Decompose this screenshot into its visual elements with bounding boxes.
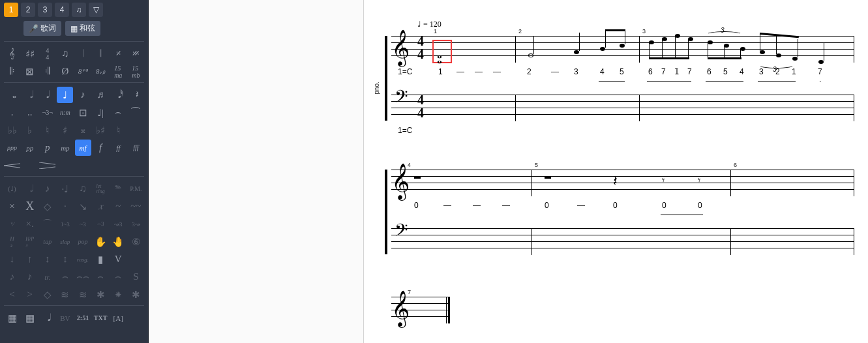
voice-1-button[interactable]: 1 (4, 3, 18, 17)
rasgueado-icon[interactable]: rasg. (75, 251, 91, 267)
artic-empty-icon[interactable] (128, 251, 144, 267)
hand-up-icon[interactable]: 🤚 (110, 233, 127, 250)
bend1-icon[interactable]: ⌢ (57, 269, 73, 285)
ff-icon[interactable]: ff (110, 140, 127, 156)
double-bar-icon[interactable]: 𝄁 (93, 46, 109, 62)
time-sig-icon[interactable]: 44 (39, 46, 55, 62)
hand-down-icon[interactable]: ✋ (93, 233, 109, 250)
fermata-icon[interactable]: 𝆮 (110, 181, 127, 197)
coda-icon[interactable]: Ø (57, 63, 73, 80)
tuplet-nm-icon[interactable]: n:m (57, 104, 73, 121)
pp-icon[interactable]: pp (22, 140, 38, 156)
sharp-icon[interactable]: ♯ (57, 122, 73, 138)
sixteenth-note-icon[interactable]: ♬ (93, 87, 109, 103)
palm-mute-icon[interactable]: P.M. (128, 181, 144, 197)
hammer-icon[interactable]: H₃ (4, 233, 20, 250)
tap-icon[interactable]: tap (39, 233, 55, 250)
ottava-down-icon[interactable]: 8ᵥᵦ (93, 63, 109, 80)
mute-x-small-icon[interactable]: × (4, 198, 20, 215)
dotted-half-icon[interactable]: 𝅗𝅥. (39, 87, 55, 103)
pop-icon[interactable]: pop (75, 233, 91, 250)
bend3-icon[interactable]: ⌢ (93, 269, 109, 285)
beam-group-icon[interactable]: ♫ (57, 46, 73, 62)
key-sig-icon[interactable]: ♯♯ (22, 46, 38, 62)
quarter-note-icon[interactable]: ♩ (57, 87, 73, 103)
bass-staff-2[interactable]: 𝄢 (391, 228, 854, 254)
treble-staff-2[interactable]: 𝄞 4 5 6 𝄽 𝄾 𝄾 (391, 170, 854, 196)
slide-from3-icon[interactable]: 3↝ (128, 216, 144, 232)
half2-icon[interactable]: 𝅗𝅥 (22, 181, 38, 197)
segno-s-icon[interactable]: S (128, 269, 144, 285)
accent-lt-icon[interactable]: < (4, 286, 20, 303)
f-icon[interactable]: f (93, 140, 109, 156)
fretboard1-icon[interactable]: ▦ (4, 310, 20, 326)
triplet-icon[interactable]: ¬3¬ (39, 104, 55, 121)
ottava-up-icon[interactable]: 8ᵛᵃ (75, 63, 91, 80)
boxed-x-icon[interactable]: ⊠ (22, 63, 38, 80)
tremolo2-icon[interactable]: ≋ (75, 286, 91, 303)
time-display[interactable]: 2:51 (75, 310, 91, 326)
double-sharp-icon[interactable]: 𝄪 (75, 122, 91, 138)
fff-icon[interactable]: fff (128, 140, 144, 156)
arrow-down-icon[interactable]: ↓ (4, 251, 20, 267)
mp-icon[interactable]: mp (57, 140, 73, 156)
decrescendo-icon[interactable] (39, 157, 55, 173)
15ma-icon[interactable]: 15ma (110, 63, 127, 80)
x-dot-icon[interactable]: ×. (22, 216, 38, 232)
bend2-icon[interactable]: ⌢⌢ (75, 269, 91, 285)
star1-icon[interactable]: ✱ (93, 286, 109, 303)
arrow-updown2-icon[interactable]: ↕ (57, 251, 73, 267)
tremolo-box-icon[interactable]: ⊡ (75, 104, 91, 121)
end-repeat-icon[interactable]: 𝄇 (39, 63, 55, 80)
lyrics-button[interactable]: 🎤 歌词 (23, 21, 61, 36)
bracket-t3-icon[interactable]: ~3 (75, 216, 91, 232)
p-icon[interactable]: p (39, 140, 55, 156)
chord-button[interactable]: ▦ 和弦 (65, 21, 100, 36)
x-notehead-icon[interactable]: 𝑥 (93, 198, 109, 215)
slide-to3-icon[interactable]: ↝3 (110, 216, 127, 232)
star3-icon[interactable]: ✱ (128, 286, 144, 303)
tie-icon[interactable]: ⌢ (110, 104, 127, 121)
voice-4-button[interactable]: 4 (55, 3, 69, 17)
15mb-icon[interactable]: 15mb (128, 63, 144, 80)
arrow-up-icon[interactable]: ↑ (22, 251, 38, 267)
crescendo-icon[interactable] (4, 157, 20, 173)
wavy2-icon[interactable]: ~~ (128, 198, 144, 215)
natural2-icon[interactable]: ♮ (110, 122, 127, 138)
slap-icon[interactable]: slap (57, 233, 73, 250)
treble-staff-1[interactable]: 𝄞 44 1 2 3 𝅝 𝅝 (391, 36, 854, 62)
split-beat-icon[interactable]: ♩| (93, 104, 109, 121)
treble-clef-icon[interactable]: 𝄞 (4, 46, 20, 62)
diamond2-icon[interactable]: ◇ (39, 286, 55, 303)
repeat-bar2-icon[interactable]: 𝄏 (128, 46, 144, 62)
multi-voice-icon[interactable]: ♫ (72, 3, 86, 17)
txt-icon[interactable]: TXT (93, 310, 109, 326)
double-dot-icon[interactable]: .. (22, 104, 38, 121)
start-repeat-icon[interactable]: 𝄆 (4, 63, 20, 80)
flat-icon[interactable]: ♭ (22, 122, 38, 138)
downstroke-icon[interactable]: ▮ (93, 251, 109, 267)
star2-icon[interactable]: ⁕ (110, 286, 127, 303)
repeat-bar-icon[interactable]: 𝄎 (110, 46, 127, 62)
filter-icon[interactable]: ▽ (89, 3, 103, 17)
grace-x-icon[interactable]: ˣ⁄ (4, 216, 20, 232)
grace2-icon[interactable]: ♪ (22, 269, 38, 285)
diamond-icon[interactable]: ◇ (39, 198, 55, 215)
dot-icon[interactable]: . (4, 104, 20, 121)
arc-icon[interactable]: ⌒ (39, 216, 55, 232)
grace1-icon[interactable]: ♪ (4, 269, 20, 285)
stacc-note-icon[interactable]: ·♩ (57, 181, 73, 197)
let-ring-icon[interactable]: letring (93, 181, 109, 197)
rest-icon[interactable]: 𝄽 (128, 87, 144, 103)
trill-icon[interactable]: tr. (39, 269, 55, 285)
ghost-note-icon[interactable]: (♩) (4, 181, 20, 197)
eighth-note-icon[interactable]: ♪ (75, 87, 91, 103)
eighth2-icon[interactable]: ♪ (39, 181, 55, 197)
accent-gt-icon[interactable]: > (22, 286, 38, 303)
32nd-note-icon[interactable]: 𝅘𝅥𝅰 (110, 87, 127, 103)
score-view[interactable]: ♩ = 120 pno. 𝄞 44 1 2 3 𝅝 𝅝 (378, 20, 854, 343)
half-note-icon[interactable]: 𝅗𝅥 (22, 87, 38, 103)
dot-artic-icon[interactable]: · (57, 198, 73, 215)
string-6-icon[interactable]: ⑥ (128, 233, 144, 250)
slur-icon[interactable]: ⁀ (128, 104, 144, 121)
